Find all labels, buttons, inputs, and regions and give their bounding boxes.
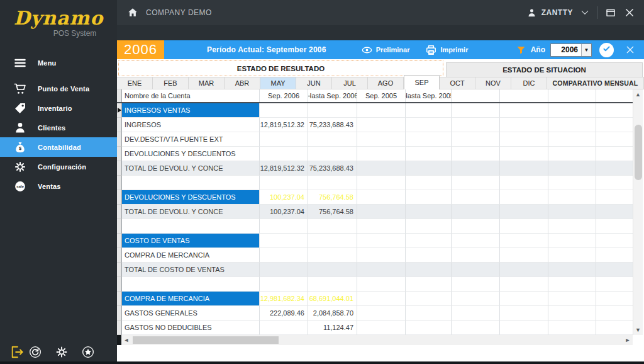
scroll-right-button[interactable]: ► [623, 335, 633, 345]
table-row[interactable] [117, 176, 633, 190]
topbar-right: ZANTTY [527, 6, 635, 19]
month-tab-feb[interactable]: FEB [153, 77, 189, 89]
empty-cell [500, 234, 548, 248]
table-row[interactable]: TOTAL DE DEVOLU. Y CONCE100,237.04756,76… [117, 205, 633, 219]
logout-button[interactable] [10, 345, 24, 359]
month-tab-may[interactable]: MAY [260, 77, 296, 89]
check-icon [602, 44, 611, 55]
table-row[interactable]: GASTOS GENERALES222,089.462,084,858.70 [117, 306, 633, 321]
month-tab-ago[interactable]: AGO [368, 77, 404, 89]
table-row[interactable]: COMPRA DE MERCANCIA [117, 248, 633, 263]
row-indicator [117, 248, 122, 263]
vertical-scrollbar[interactable]: ▲ ▼ [633, 89, 643, 335]
imprimir-button[interactable]: Imprimir [426, 45, 468, 55]
empty-cell [596, 147, 633, 161]
table-row[interactable]: DEV.DESCT/VTA FUENTE EXT [117, 132, 633, 147]
restore-window-button[interactable] [605, 7, 616, 18]
account-name-cell: COMPRA DE MERCANCIA [122, 292, 260, 306]
close-window-button[interactable] [624, 7, 635, 18]
table-row[interactable]: COSTO DE VENTAS [117, 234, 633, 248]
preliminar-label: Preliminar [376, 46, 410, 54]
value-cell: 75,233,688.43 [308, 118, 357, 132]
value-cell [260, 132, 308, 147]
year-select-value: 2006 [551, 44, 581, 56]
table-row[interactable] [117, 219, 633, 234]
account-name-cell: INGRESOS [122, 118, 260, 132]
table-row[interactable]: COMPRA DE MERCANCIA12,981,682.3468,691,0… [117, 292, 633, 306]
sidebar-item-inventario[interactable]: Inventario [0, 98, 117, 118]
report-tabs: ESTADO DE RESULTADOESTADO DE SITUACION [117, 59, 644, 77]
empty-cell [452, 321, 500, 335]
table-row[interactable]: INGRESOS VENTAS [117, 103, 633, 118]
sidebar-item-punto-de-venta[interactable]: Punto de Venta [0, 79, 117, 98]
column-header-name[interactable]: Nombre de la Cuenta [122, 89, 260, 102]
value-cell [357, 277, 406, 292]
month-tab-jun[interactable]: JUN [296, 77, 332, 89]
row-indicator [117, 277, 122, 292]
app-window: Dynamo POS System MenuPunto de VentaInve… [0, 0, 644, 364]
column-header-sep-2005[interactable]: Sep. 2005 [357, 89, 406, 102]
sidebar-item-configuracion[interactable]: Configuración [0, 157, 117, 176]
month-tab-jul[interactable]: JUL [332, 77, 368, 89]
value-cell [357, 103, 406, 118]
settings-gear-button[interactable] [55, 346, 68, 358]
brand-subtitle: POS System [8, 29, 109, 38]
month-tab-ene[interactable]: ENE [117, 77, 153, 89]
horizontal-scroll-thumb[interactable] [133, 336, 279, 344]
month-tab-nov[interactable]: NOV [475, 77, 511, 89]
refresh-button[interactable] [29, 346, 42, 358]
value-cell [406, 306, 452, 321]
table-row[interactable]: GASTOS NO DEDUCIBLES11,124.47 [117, 321, 633, 335]
home-icon[interactable] [127, 7, 138, 18]
year-select[interactable]: 2006 ▼ [550, 43, 592, 57]
scroll-down-button[interactable]: ▼ [633, 325, 643, 335]
table-row[interactable]: INGRESOS12,819,512.3275,233,688.43 [117, 118, 633, 132]
sidebar-item-label: Punto de Venta [38, 85, 89, 93]
table-row[interactable]: DEVOLUCIONES Y DESCUENTOS [117, 147, 633, 161]
row-indicator [117, 234, 122, 248]
close-icon [624, 9, 635, 20]
value-cell [357, 147, 406, 161]
user-menu[interactable]: ZANTTY [527, 8, 573, 18]
table-row[interactable]: DEVOLUCIONES Y DESCUENTOS100,237.04756,7… [117, 190, 633, 205]
row-indicator-header [117, 89, 122, 102]
settings-gear-icon [55, 350, 68, 360]
month-tab-mar[interactable]: MAR [189, 77, 225, 89]
column-header-hasta-sep-2006[interactable]: Hasta Sep. 2006 [308, 89, 357, 102]
year-select-arrow[interactable]: ▼ [581, 44, 591, 56]
month-tab-sep[interactable]: SEP [404, 75, 440, 89]
month-tab-comparativo-mensual[interactable]: COMPARATIVO MENSUAL [547, 77, 644, 89]
account-name-cell: GASTOS GENERALES [122, 306, 260, 321]
sidebar-item-clientes[interactable]: Clientes [0, 118, 117, 137]
scroll-up-button[interactable]: ▲ [633, 89, 643, 100]
column-header-sep-2006[interactable]: Sep. 2006 [260, 89, 308, 102]
sidebar-item-contabilidad[interactable]: $Contabilidad [0, 137, 117, 157]
empty-cell [596, 321, 633, 335]
row-indicator [117, 118, 122, 132]
apply-year-button[interactable] [599, 43, 614, 57]
horizontal-scrollbar[interactable]: ◄ ► [117, 335, 633, 345]
row-indicator [117, 321, 122, 335]
table-row[interactable]: TOTAL DE DEVOLU. Y CONCE12,819,512.3275,… [117, 161, 633, 176]
column-header-hasta-sep-2005[interactable]: Hasta Sep. 2005 [406, 89, 452, 102]
account-name-cell: COSTO DE VENTAS [122, 234, 260, 248]
sidebar-item-menu[interactable]: Menu [0, 53, 117, 72]
row-indicator [117, 161, 122, 176]
star-button[interactable] [82, 346, 94, 358]
sidebar-item-ventas[interactable]: saleVentas [0, 176, 117, 196]
tab-estado-de-resultado[interactable]: ESTADO DE RESULTADO [118, 60, 443, 76]
chevron-down-icon[interactable] [580, 8, 589, 17]
vertical-scroll-thumb[interactable] [635, 125, 642, 180]
month-tab-dic[interactable]: DIC [511, 77, 547, 89]
month-tab-abr[interactable]: ABR [225, 77, 260, 89]
horizontal-scroll-track[interactable] [131, 335, 623, 345]
preliminar-button[interactable]: Preliminar [362, 45, 410, 55]
close-report-button[interactable] [625, 45, 635, 55]
month-tab-oct[interactable]: OCT [440, 77, 475, 89]
tab-estado-de-situacion[interactable]: ESTADO DE SITUACION [446, 62, 643, 77]
table-row[interactable] [117, 277, 633, 292]
account-name-cell: TOTAL DE COSTO DE VENTAS [122, 263, 260, 277]
table-row[interactable]: TOTAL DE COSTO DE VENTAS [117, 263, 633, 277]
empty-cell [500, 147, 548, 161]
scroll-left-button[interactable]: ◄ [121, 335, 131, 345]
